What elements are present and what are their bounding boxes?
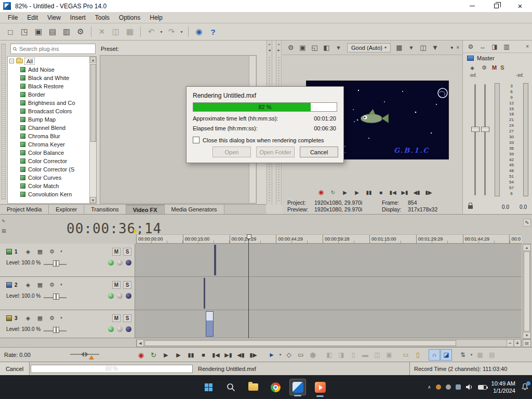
timeline-hscrollbar[interactable]: ◀ − + [136, 339, 522, 347]
panel-close-icon[interactable]: × [526, 44, 529, 49]
chevron-down-icon[interactable]: ▾ [59, 281, 63, 289]
scroll-left-icon[interactable]: ◀ [137, 340, 144, 347]
whats-this-help-icon[interactable]: ? [207, 25, 219, 38]
volume-fader-left[interactable] [471, 127, 480, 132]
plugin-search-input[interactable] [19, 46, 93, 52]
overlays-grid-icon[interactable]: ▦ [394, 42, 405, 53]
zoom-out-icon[interactable]: − [507, 340, 514, 347]
bus-output-icon[interactable]: ◈ [468, 64, 476, 71]
track-mute-button[interactable]: M [112, 281, 121, 289]
plugin-tree-scrollbar[interactable]: ▲ ▼ [89, 57, 96, 203]
track-phase-icon[interactable] [126, 326, 131, 332]
volume-icon[interactable] [466, 384, 473, 390]
track-level-slider[interactable] [44, 260, 66, 265]
mute-button[interactable]: M [492, 64, 497, 71]
plugin-item[interactable]: Black and White [8, 74, 96, 82]
track-arm-icon[interactable] [108, 293, 114, 299]
battery-icon[interactable] [478, 385, 487, 390]
menu-item[interactable]: Insert [65, 12, 90, 23]
menu-item[interactable]: Tools [90, 12, 114, 23]
mixer-meters-icon[interactable]: ▥ [502, 42, 511, 51]
save-as-icon[interactable]: ▤ [46, 25, 59, 38]
close-button[interactable]: × [508, 0, 532, 12]
track-header[interactable]: 1 ◈ ▦ ⚙ ▾ M S Level: 100.0 % [0, 244, 135, 276]
track-solo-button[interactable]: S [123, 248, 131, 256]
tab-explorer[interactable]: Explorer [49, 205, 84, 214]
scroll-up-icon[interactable]: ▲ [523, 244, 530, 251]
collapse-right-icon[interactable]: ▸ [277, 48, 280, 52]
open-button[interactable]: Open [212, 147, 251, 157]
tool-separator[interactable] [453, 349, 457, 361]
play-from-start-button[interactable]: ▶ [160, 349, 172, 361]
preview-settings-gear-icon[interactable]: ⚙ [285, 42, 296, 53]
selection-edit-tool-button[interactable]: ▭ [295, 349, 307, 361]
stop-button[interactable]: ■ [197, 349, 209, 361]
lock-icon[interactable] [468, 205, 473, 209]
track-meter-icon[interactable] [117, 260, 123, 265]
panel-close-icon[interactable]: × [277, 43, 280, 47]
render-as-icon[interactable]: ▥ [60, 25, 73, 38]
tray-app-icon[interactable] [446, 384, 451, 390]
scroll-thumb[interactable] [144, 340, 456, 346]
plugin-item[interactable]: Broadcast Colors [8, 107, 96, 115]
notification-bell-button[interactable] [521, 383, 529, 392]
insert-marker-button[interactable]: ▭ [400, 349, 411, 361]
tab-video-fx[interactable]: Video FX [126, 205, 165, 214]
undo-dropdown-icon[interactable]: ▾ [159, 25, 164, 38]
bus-fx-gear-icon[interactable]: ⚙ [480, 64, 488, 71]
menu-item[interactable]: Options [114, 12, 145, 23]
panel-grip[interactable] [1, 44, 6, 200]
open-folder-button[interactable]: Open Folder [256, 147, 295, 157]
track-meter-icon[interactable] [117, 326, 123, 332]
rate-slider[interactable] [70, 354, 99, 355]
copy-icon[interactable]: ◫ [110, 25, 122, 38]
paste-icon[interactable]: ▦ [124, 25, 136, 38]
tool-separator[interactable] [395, 349, 400, 361]
toolbar-separator[interactable] [140, 26, 141, 37]
track-motion-icon[interactable]: ◈ [23, 281, 33, 289]
insert-bus-icon[interactable]: ↔ [478, 42, 487, 51]
play-button[interactable]: ▶ [172, 349, 184, 361]
start-button[interactable] [200, 379, 217, 395]
track-lane[interactable] [135, 277, 522, 310]
copy-snapshot-icon[interactable]: ◫ [418, 42, 429, 53]
timeline-clip[interactable] [204, 278, 205, 309]
menu-item[interactable]: Help [145, 12, 167, 23]
volume-fader-right[interactable] [481, 127, 489, 132]
plugin-item[interactable]: Color Corrector [8, 157, 96, 165]
collapse-left-icon[interactable]: ◂ [268, 48, 270, 52]
timeline-clip[interactable] [214, 245, 216, 275]
track-solo-button[interactable]: S [123, 281, 131, 289]
redo-icon[interactable]: ↷ [165, 25, 178, 38]
project-properties-icon[interactable]: ⚙ [74, 25, 87, 38]
minimize-button[interactable] [460, 0, 484, 12]
track-mute-button[interactable]: M [112, 314, 121, 322]
scroll-thumb[interactable] [524, 251, 530, 331]
loop-playback-button[interactable]: ↻ [148, 349, 159, 361]
timeline-ruler[interactable]: 00:00:00:0000:00:15:0000:00:29:2900:00:4… [136, 234, 522, 244]
tab-media-generators[interactable]: Media Generators [165, 205, 224, 214]
layout-dropdown[interactable]: ▾ [469, 349, 474, 361]
track-gear-icon[interactable]: ⚙ [47, 281, 57, 289]
marker-tool-icon[interactable]: ▤ [2, 228, 8, 233]
plugin-item[interactable]: Color Match [8, 182, 96, 190]
solo-button[interactable]: S [500, 64, 504, 71]
lock-event-button[interactable]: ▣ [383, 349, 395, 361]
plugin-item[interactable]: Color Balance [8, 149, 96, 157]
tab-transitions[interactable]: Transitions [84, 205, 126, 214]
plugin-item[interactable]: Color Corrector (S [8, 165, 96, 174]
mixer-settings-gear-icon[interactable]: ⚙ [466, 42, 475, 51]
loop-playback-button[interactable]: ↻ [327, 187, 339, 197]
record-button[interactable]: ◉ [135, 349, 147, 361]
pencil-icon[interactable]: ✎ [523, 219, 531, 227]
plugin-item[interactable]: Chroma Keyer [8, 140, 96, 149]
redo-dropdown-icon[interactable]: ▾ [179, 25, 184, 38]
undo-icon[interactable]: ↶ [145, 25, 157, 38]
mixer-layout-button[interactable]: ⇅ [457, 349, 469, 361]
plugin-item[interactable]: Black Restore [8, 82, 96, 90]
tree-root-label[interactable]: All [25, 58, 34, 64]
track-lane[interactable] [135, 310, 522, 338]
restore-button[interactable] [484, 0, 508, 12]
next-frame-button[interactable]: ▮▶ [247, 349, 259, 361]
zoom-in-icon[interactable]: + [514, 340, 521, 347]
